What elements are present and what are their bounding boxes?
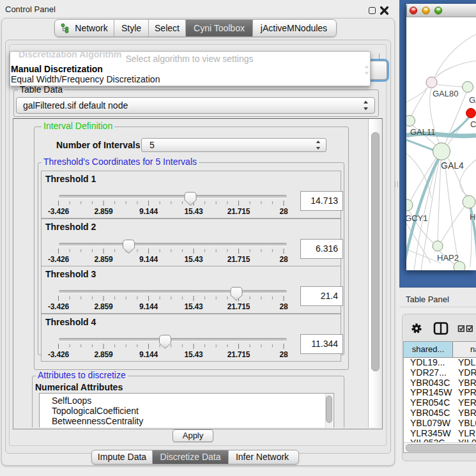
svg-text:GA: GA (469, 95, 476, 105)
svg-text:GAL80: GAL80 (433, 89, 458, 98)
svg-text:GAL11: GAL11 (410, 127, 436, 137)
svg-text:HAP2: HAP2 (437, 253, 459, 263)
svg-text:H: H (470, 212, 475, 222)
svg-text:GAL4: GAL4 (441, 160, 464, 171)
svg-text:GCY1: GCY1 (406, 213, 427, 223)
svg-text:C: C (470, 119, 476, 129)
